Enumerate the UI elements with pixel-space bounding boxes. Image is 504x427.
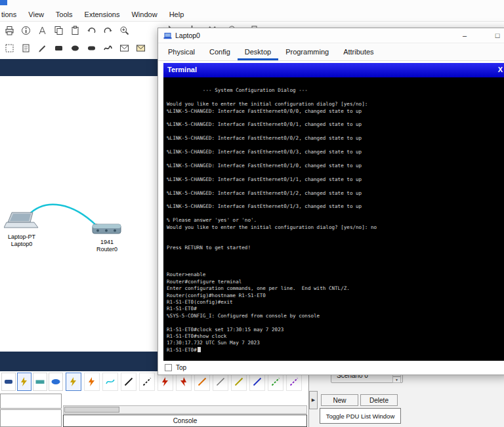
tab-physical[interactable]: Physical [161,43,202,60]
device-type-label: Laptop-PT [0,234,43,241]
marquee-glyph [5,43,14,53]
terminal-cursor [198,347,201,352]
menu-tools[interactable]: Tools [56,10,73,18]
dialog-title-bar[interactable]: Laptop0 – □ [158,28,504,43]
dashed-line-icon [142,376,152,387]
paste-icon[interactable] [68,23,82,37]
laptop-mini-icon [163,33,172,39]
coaxial-tile[interactable] [231,373,247,391]
freeform-glyph [103,43,113,53]
terminal-header: Terminal X [163,63,504,77]
menu-view[interactable]: View [28,10,44,18]
info-icon[interactable] [18,23,33,37]
note-glyph [21,43,31,53]
lightning-icon [19,376,30,387]
terminal-close-icon[interactable]: X [498,66,503,73]
device-laptop0[interactable]: Laptop-PT Laptop0 [0,211,43,248]
octal-cable-tile[interactable] [249,373,265,391]
printer-icon[interactable] [2,23,16,37]
device-type-box[interactable] [0,394,62,409]
console-cable-tile[interactable] [102,373,118,391]
spinner-down-icon[interactable]: ▼ [392,376,401,383]
router-icon [92,222,122,236]
solid-line-icon [215,376,226,387]
terminal-output: --- System Configuration Dialog --- Woul… [167,81,501,347]
switch-category[interactable] [33,373,47,391]
device-type-label: 1941 [85,239,129,246]
minimize-button[interactable]: – [455,28,474,43]
new-scenario-button[interactable]: New [321,394,358,406]
terminal-prompt: R1-S1-ET0# [167,347,197,353]
fiber-tile[interactable] [194,373,210,391]
tab-desktop[interactable]: Desktop [238,43,278,60]
hub-category-icon [51,376,61,387]
tab-config[interactable]: Config [202,43,238,60]
copy-icon[interactable] [51,23,66,37]
maximize-button[interactable]: □ [488,28,504,43]
toggle-pdu-list-button[interactable]: Toggle PDU List Window [320,408,401,424]
dialog-title: Laptop0 [175,31,200,39]
menu-extensions[interactable]: Extensions [85,10,120,18]
ellipse-shape-icon[interactable] [68,41,82,55]
redo-glyph [103,26,113,35]
redo-icon[interactable] [100,23,115,37]
copper-crossover-tile[interactable] [139,373,155,391]
laptop0-dialog-window: Laptop0 – □ Physical Config Desktop Prog… [158,28,504,375]
device-router0[interactable]: 1941 Router0 [85,222,129,253]
hub-category[interactable] [49,373,63,391]
note-icon[interactable] [18,41,33,55]
undo-icon[interactable] [84,23,98,37]
solid-line-icon [252,376,262,387]
connections-category[interactable] [17,373,32,391]
menu-window[interactable]: Window [131,10,157,18]
envelope-open-icon[interactable] [133,41,148,55]
top-checkbox[interactable] [165,364,172,371]
phone-cable-tile[interactable] [213,373,228,391]
iot-custom-cable-tile[interactable] [268,373,284,391]
copper-straight-tile[interactable] [121,373,136,391]
device-model-box[interactable] [0,409,62,427]
freeform-shape-icon[interactable] [100,41,115,55]
router-category[interactable] [1,373,16,391]
menu-options[interactable]: tions [1,10,16,18]
rectangle-glyph [54,43,64,53]
envelope-open-glyph [136,43,146,53]
paste-glyph [70,26,80,35]
pill-shape-icon[interactable] [84,41,98,55]
delete-scenario-button[interactable]: Delete [360,394,398,406]
tab-attributes[interactable]: Attributes [336,43,381,60]
copy-glyph [54,26,64,35]
lightning-icon [87,376,97,387]
serial-dce-tile[interactable] [158,373,173,391]
info-glyph [21,26,31,35]
terminal-screen[interactable]: --- System Configuration Dialog --- Woul… [163,77,504,361]
scrollbar-thumb[interactable] [64,407,119,413]
solid-line-icon [123,376,134,387]
console-panel-header[interactable]: Console [63,415,307,427]
zoom-in-icon[interactable] [117,23,131,37]
automatic-connection-tile[interactable] [66,373,81,391]
compass-icon[interactable] [35,23,49,37]
dashed-line-icon [289,376,299,387]
router-category-icon [3,376,14,387]
menu-help[interactable]: Help [169,10,184,18]
usb-cable-tile[interactable] [286,373,302,391]
marquee-select-icon[interactable] [2,41,16,55]
horizontal-scrollbar[interactable] [63,405,307,414]
zoom-glyph [119,26,129,35]
menu-bar: tions View Tools Extensions Window Help [0,0,504,22]
laptop-icon [4,211,42,231]
panel-expander-button[interactable]: ▶ [309,391,318,409]
chevron-right-icon: ▶ [312,397,315,403]
rectangle-shape-icon[interactable] [51,41,66,55]
tab-programming[interactable]: Programming [278,43,336,60]
main-toolbar [2,23,131,37]
envelope-icon[interactable] [117,41,131,55]
serial-dte-tile[interactable] [176,373,192,391]
curve-cable-icon [105,376,116,387]
pencil-icon[interactable] [35,41,49,55]
solid-line-icon [197,376,207,387]
smart-connection-tile[interactable] [84,373,100,391]
compass-glyph [37,26,47,35]
lightning-icon [178,376,189,387]
